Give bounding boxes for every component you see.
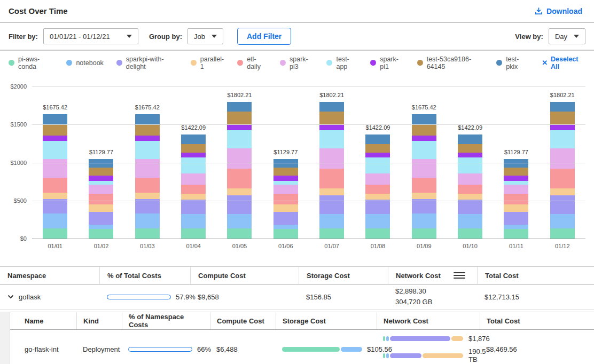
legend-item[interactable]: test-pkix: [496, 56, 528, 70]
table-row-go-flask-int[interactable]: go-flask-int Deployment 66% $6,488 $105.…: [10, 330, 594, 364]
bar-segment: [550, 130, 575, 148]
legend-item-label: test-app: [336, 56, 357, 70]
collapse-row-button[interactable]: [7, 295, 14, 299]
bar-segment: [89, 181, 113, 185]
bar-segment: [43, 159, 67, 177]
group-by-select[interactable]: Job: [187, 28, 223, 44]
network-cost-cell: $1,876 190.5 TB: [377, 335, 480, 363]
legend-item[interactable]: spark-pi1: [370, 56, 404, 70]
legend-item-label: test-53ca9186-64145: [427, 56, 483, 70]
legend-dot-icon: [417, 60, 423, 66]
bar-segment: [135, 136, 160, 141]
bar-segment: [412, 114, 436, 124]
bar-segment: [504, 185, 528, 194]
table-row-goflask[interactable]: goflask 57.9% $9,658 $156.85 $2,898.30 3…: [0, 284, 594, 310]
bar-segment: [89, 159, 113, 168]
bar-segment: [135, 124, 160, 136]
x-axis-tick-label: 01/03: [124, 243, 170, 249]
chevron-down-icon: [574, 35, 579, 38]
namespace-table-header: Namespace % of Total Costs Compute Cost …: [0, 267, 594, 284]
view-by-select[interactable]: Day: [549, 28, 585, 44]
bar-segment: [135, 199, 160, 213]
bar-segment: [181, 194, 206, 200]
bar-segment: [181, 157, 206, 173]
workload-table-section: Name Kind % of Namespace Costs Compute C…: [0, 312, 594, 364]
bar-segment: [181, 173, 206, 185]
x-axis-tick-label: 01/12: [540, 243, 585, 249]
x-axis-tick-label: 01/05: [216, 243, 262, 249]
bar-segment: [89, 225, 113, 228]
x-axis-tick-label: 01/08: [355, 243, 401, 249]
bar-segment: [504, 168, 528, 175]
add-filter-button[interactable]: Add Filter: [237, 28, 291, 45]
bar-segment: [365, 185, 390, 194]
bar-segment: [89, 229, 113, 239]
compute-cost-value: $6,488: [210, 345, 276, 353]
bar-segment: [135, 228, 160, 239]
workload-name: go-flask-int: [10, 345, 76, 353]
bar-segment: [458, 144, 482, 153]
pct-total-progress-bar: [107, 295, 171, 299]
stacked-bar[interactable]: [365, 134, 390, 239]
legend-item[interactable]: etl-daily: [237, 56, 267, 70]
legend-item-label: sparkpi-with-delight: [126, 56, 178, 70]
stacked-bar[interactable]: [550, 102, 575, 239]
stacked-bar[interactable]: [273, 159, 298, 239]
minibar-segment: [386, 336, 388, 341]
bar-segment: [227, 169, 252, 188]
pct-namespace-value: 66%: [197, 345, 211, 353]
stacked-bar[interactable]: [227, 102, 252, 239]
bar-segment: [550, 214, 575, 228]
legend-item[interactable]: notebook: [66, 59, 103, 67]
filter-bar: Filter by: 01/01/21 - 01/12/21 Group by:…: [0, 23, 594, 51]
legend-item[interactable]: pi-aws-conda: [9, 56, 53, 70]
legend-item[interactable]: test-app: [326, 56, 357, 70]
stacked-bar[interactable]: [181, 134, 206, 239]
legend-item[interactable]: sparkpi-with-delight: [116, 56, 178, 70]
bar-segment: [181, 134, 206, 144]
col-compute-cost: Compute Cost: [210, 312, 276, 329]
date-range-select[interactable]: 01/01/21 - 01/12/21: [43, 28, 138, 44]
bar-segment: [89, 168, 113, 175]
storage-cost-value: $156.85: [299, 293, 388, 301]
legend-dot-icon: [116, 60, 122, 66]
y-axis-tick-label: $1000: [0, 160, 27, 166]
stacked-bar[interactable]: [89, 159, 113, 239]
view-by-label: View by:: [515, 33, 543, 41]
bar-segment: [504, 204, 528, 212]
stacked-bar[interactable]: [412, 114, 436, 239]
stacked-bar[interactable]: [135, 114, 160, 239]
bar-segment: [365, 200, 390, 214]
stacked-bar[interactable]: [319, 102, 344, 239]
legend-item[interactable]: spark-pi3: [280, 56, 314, 70]
gridline: [32, 201, 585, 201]
column-menu-icon[interactable]: [454, 272, 465, 279]
bar-segment: [43, 141, 67, 159]
bar-segment: [458, 173, 482, 185]
gridline: [32, 163, 585, 163]
stacked-bar[interactable]: [43, 114, 67, 239]
bar-segment: [412, 141, 436, 159]
bar-segment: [365, 153, 390, 157]
minibar-segment: [341, 347, 362, 352]
stacked-bar[interactable]: [504, 159, 528, 239]
bar-segment: [458, 194, 482, 200]
chevron-down-icon: [212, 35, 217, 38]
deselect-all-button[interactable]: ✕ Deselect All: [542, 56, 585, 70]
x-axis-tick-label: 01/06: [263, 243, 309, 249]
download-button[interactable]: Download: [532, 6, 585, 16]
pct-namespace-progress-bar: [128, 347, 192, 352]
bar-segment: [365, 214, 390, 228]
bar-segment: [458, 228, 482, 239]
legend-item[interactable]: test-53ca9186-64145: [417, 56, 483, 70]
gridline: [32, 86, 585, 87]
filter-by-label: Filter by:: [9, 33, 38, 41]
workload-kind: Deployment: [76, 345, 122, 353]
stacked-bar[interactable]: [458, 134, 482, 239]
workload-table-header: Name Kind % of Namespace Costs Compute C…: [10, 312, 594, 330]
bar-segment: [43, 193, 67, 199]
legend-item[interactable]: parallel-1: [191, 56, 224, 70]
bar-segment: [181, 185, 206, 194]
bar-segment: [550, 112, 575, 125]
bar-total-label: $1675.42: [135, 104, 160, 110]
